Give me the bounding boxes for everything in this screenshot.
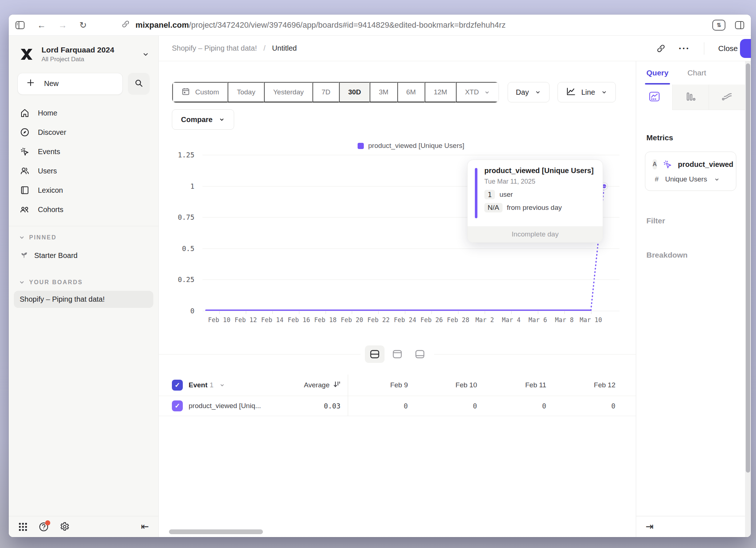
breadcrumb-separator: /	[264, 44, 266, 52]
x-axis-tick	[511, 311, 512, 314]
table-row[interactable]: ✓ product_viewed [Uniq... 0.03 0000	[159, 396, 636, 416]
average-sort-header[interactable]: Average	[304, 381, 340, 390]
breakdown-section-label: Breakdown	[646, 251, 735, 259]
page-settings-icon[interactable]: ⇅	[712, 20, 725, 31]
tab-query[interactable]: Query	[646, 61, 669, 85]
sidebar-item-home[interactable]: Home	[9, 103, 158, 123]
range-7d-button[interactable]: 7D	[312, 82, 339, 102]
sidebar-item-starter-board[interactable]: Starter Board	[14, 246, 153, 265]
layout-split-view-icon[interactable]	[365, 345, 385, 363]
y-axis-label: 1	[190, 182, 194, 190]
column-header-feb-12[interactable]: Feb 12	[556, 381, 625, 389]
search-button[interactable]	[128, 73, 150, 95]
chart-type-label: Line	[581, 88, 595, 97]
sidebar-item-lexicon[interactable]: Lexicon	[9, 181, 158, 200]
layout-chart-view-icon[interactable]	[387, 345, 407, 363]
copy-link-icon[interactable]	[657, 44, 665, 53]
chart-type-dropdown[interactable]: Line	[558, 82, 616, 102]
range-6m-button[interactable]: 6M	[397, 82, 425, 102]
metric-card[interactable]: A product_viewed # Unique Users	[645, 152, 736, 191]
events-icon	[20, 147, 30, 156]
chart-plot-area[interactable]: product_viewed [Unique Users] Tue Mar 11…	[202, 154, 619, 311]
tooltip-value-label: user	[499, 191, 513, 199]
gridline	[202, 248, 619, 249]
row-checkbox[interactable]: ✓	[172, 400, 183, 411]
sidebar-item-shopify-board[interactable]: Shopify – Piping that data!	[14, 291, 153, 308]
board-header: Shopify – Piping that data! / Untitled •…	[159, 36, 751, 61]
metric-aggregation[interactable]: # Unique Users	[653, 175, 729, 183]
vertical-scrollbar-thumb[interactable]	[746, 63, 750, 473]
range-yesterday-button[interactable]: Yesterday	[264, 82, 312, 102]
chevron-down-icon[interactable]	[219, 382, 225, 388]
breadcrumb-board[interactable]: Shopify – Piping that data!	[172, 44, 257, 52]
horizontal-scrollbar-thumb[interactable]	[169, 529, 263, 534]
chart-x-axis: Feb 10Feb 12Feb 14Feb 16Feb 18Feb 20Feb …	[202, 311, 619, 328]
collapse-sidebar-icon[interactable]: ⇤	[141, 521, 149, 532]
your-boards-section-header[interactable]: YOUR BOARDS	[9, 273, 158, 289]
sidebar: Lord Farquaad 2024 All Project Data New …	[9, 36, 159, 537]
x-axis-tick	[432, 311, 432, 314]
column-header-feb-10[interactable]: Feb 10	[417, 381, 487, 389]
close-button[interactable]: Close	[718, 44, 738, 53]
viz-tab-line[interactable]	[636, 85, 673, 110]
vertical-scrollbar[interactable]	[745, 61, 751, 537]
browser-sidebar-toggle-icon[interactable]	[15, 21, 25, 30]
collapse-panel-icon[interactable]: ⇥	[646, 521, 654, 532]
x-axis-label: Mar 6	[528, 316, 547, 324]
sidebar-item-events[interactable]: Events	[9, 142, 158, 161]
tab-chart[interactable]: Chart	[688, 61, 706, 85]
viz-tab-flow[interactable]	[709, 85, 745, 110]
sidebar-item-users[interactable]: Users	[9, 161, 158, 181]
pinned-section-header[interactable]: PINNED	[9, 228, 158, 244]
tooltip-footer: Incomplete day	[468, 226, 603, 242]
board-item-label: Starter Board	[34, 251, 78, 260]
range-30d-button[interactable]: 30D	[339, 82, 370, 102]
x-axis-tick	[219, 311, 220, 314]
sidebar-item-cohorts[interactable]: Cohorts	[9, 200, 158, 219]
forward-icon[interactable]: →	[58, 20, 67, 30]
range-3m-button[interactable]: 3M	[370, 82, 397, 102]
search-icon	[134, 79, 143, 89]
more-options-icon[interactable]: •••	[679, 45, 690, 51]
compare-button[interactable]: Compare	[172, 109, 234, 130]
workspace-switcher[interactable]: Lord Farquaad 2024 All Project Data	[9, 36, 158, 71]
range-label: 7D	[322, 88, 330, 96]
sidebar-item-label: Home	[38, 109, 57, 117]
apps-grid-icon[interactable]	[18, 522, 28, 532]
settings-gear-icon[interactable]	[60, 522, 70, 532]
y-axis-label: 0.5	[182, 244, 194, 253]
viz-tab-bar[interactable]	[673, 85, 709, 110]
sidebar-item-label: Events	[38, 148, 60, 156]
help-icon[interactable]	[39, 522, 49, 532]
back-icon[interactable]: ←	[37, 20, 46, 30]
range-today-button[interactable]: Today	[228, 82, 264, 102]
breadcrumb-page[interactable]: Untitled	[272, 44, 297, 52]
x-axis-tick	[591, 311, 591, 314]
range-custom-button[interactable]: Custom	[172, 82, 228, 102]
home-icon	[20, 108, 30, 118]
table-cell-value: 0	[487, 402, 556, 410]
x-axis-label: Feb 24	[394, 316, 416, 324]
column-header-feb-11[interactable]: Feb 11	[487, 381, 556, 389]
range-12m-button[interactable]: 12M	[425, 82, 456, 102]
bar-chart-icon	[685, 91, 697, 104]
granularity-dropdown[interactable]: Day	[508, 82, 550, 102]
new-button[interactable]: New	[17, 73, 123, 95]
browser-panel-toggle-icon[interactable]	[735, 21, 744, 30]
table-header-row: ✓ Event1 Average Feb 9Feb 10Feb 11Feb 12	[159, 375, 636, 396]
select-all-checkbox[interactable]: ✓	[172, 380, 183, 391]
sidebar-item-discover[interactable]: Discover	[9, 123, 158, 142]
reload-icon[interactable]: ↻	[79, 20, 87, 30]
x-axis-tick	[326, 311, 326, 314]
address-bar[interactable]: mixpanel.com/project/3472420/view/397469…	[122, 20, 505, 30]
insights-chart-icon	[648, 91, 661, 104]
chart-legend[interactable]: product_viewed [Unique Users]	[202, 140, 619, 152]
x-axis-tick	[352, 311, 352, 314]
save-button[interactable]	[740, 39, 751, 58]
layout-table-view-icon[interactable]	[410, 345, 430, 363]
range-xtd-button[interactable]: XTD	[456, 82, 499, 102]
x-axis-label: Feb 10	[208, 316, 230, 324]
column-header-feb-9[interactable]: Feb 9	[348, 381, 417, 389]
tooltip-title: product_viewed [Unique Users]	[484, 167, 595, 175]
sidebar-nav: HomeDiscoverEventsUsersLexiconCohorts	[9, 98, 158, 219]
